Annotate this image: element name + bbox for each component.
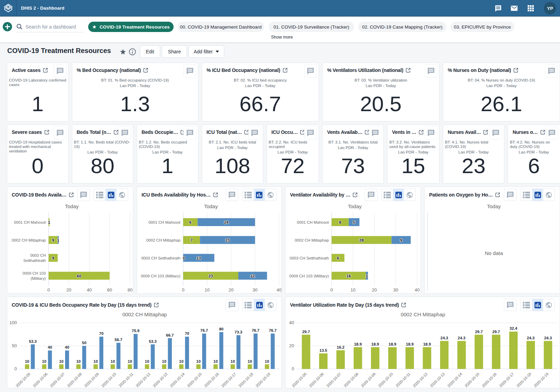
svg-text:10: 10: [230, 359, 235, 363]
svg-text:10: 10: [42, 359, 46, 363]
svg-text:13: 13: [197, 256, 201, 260]
svg-text:10: 10: [111, 359, 115, 363]
svg-text:2020-10-08: 2020-10-08: [343, 372, 359, 388]
svg-text:10: 10: [248, 359, 252, 363]
svg-text:2020-10-13: 2020-10-13: [152, 372, 168, 388]
svg-text:2020-10-17: 2020-10-17: [220, 372, 237, 388]
svg-text:8: 8: [339, 220, 341, 224]
svg-text:5: 5: [353, 220, 355, 224]
svg-text:0002 CH Mittaphap: 0002 CH Mittaphap: [122, 311, 167, 317]
svg-text:2020-10-19: 2020-10-19: [255, 372, 271, 388]
svg-text:0001 CH Mahosot: 0001 CH Mahosot: [14, 220, 46, 224]
svg-text:Today: Today: [65, 203, 79, 209]
svg-text:Today: Today: [487, 203, 501, 209]
svg-text:18.9: 18.9: [371, 342, 379, 346]
svg-text:2020-10-19: 2020-10-19: [533, 372, 549, 388]
svg-text:10: 10: [265, 359, 269, 363]
svg-text:0: 0: [292, 366, 294, 371]
svg-text:0009 CH 103: 0009 CH 103: [22, 271, 46, 275]
svg-text:0: 0: [330, 287, 333, 293]
svg-text:0: 0: [183, 256, 185, 260]
svg-text:24.3: 24.3: [458, 336, 465, 340]
svg-text:7: 7: [190, 238, 193, 242]
svg-text:70: 70: [99, 331, 104, 336]
svg-text:9: 9: [52, 256, 54, 260]
svg-text:2020-10-07: 2020-10-07: [325, 372, 342, 388]
svg-text:2020-10-18: 2020-10-18: [516, 372, 532, 388]
svg-text:0002 CH Mittaphap: 0002 CH Mittaphap: [12, 238, 46, 242]
svg-text:2020-10-17: 2020-10-17: [498, 372, 515, 388]
svg-text:80: 80: [127, 287, 132, 293]
svg-text:2020-10-14: 2020-10-14: [169, 372, 185, 388]
svg-text:16.2: 16.2: [337, 345, 344, 349]
svg-text:10: 10: [145, 359, 149, 363]
svg-text:10: 10: [196, 359, 201, 363]
svg-text:29.7: 29.7: [475, 330, 483, 334]
svg-text:0: 0: [182, 287, 184, 293]
svg-text:24: 24: [224, 220, 229, 224]
svg-text:2020-10-06: 2020-10-06: [32, 372, 48, 388]
svg-text:18.9: 18.9: [354, 342, 362, 346]
svg-text:50: 50: [12, 343, 17, 348]
svg-text:2020-10-11: 2020-10-11: [395, 372, 411, 388]
svg-text:2020-10-12: 2020-10-12: [135, 372, 151, 388]
svg-text:29.7: 29.7: [492, 330, 500, 334]
svg-text:2020-10-12: 2020-10-12: [412, 372, 428, 388]
svg-text:Today: Today: [204, 203, 218, 209]
svg-text:40: 40: [289, 320, 294, 325]
svg-text:2020-10-06: 2020-10-06: [308, 372, 324, 388]
svg-text:40: 40: [65, 345, 69, 349]
svg-text:0: 0: [14, 366, 17, 371]
svg-text:1: 1: [57, 238, 60, 242]
svg-text:24.3: 24.3: [527, 336, 535, 340]
svg-text:18.9: 18.9: [406, 342, 413, 346]
svg-text:0001 CH Mahosot: 0001 CH Mahosot: [148, 220, 180, 224]
svg-text:28: 28: [359, 238, 364, 242]
svg-text:2020-10-15: 2020-10-15: [186, 372, 203, 388]
svg-text:23: 23: [209, 274, 213, 278]
svg-text:2020-10-18: 2020-10-18: [238, 372, 254, 388]
svg-text:76.7: 76.7: [200, 328, 208, 332]
svg-text:40: 40: [415, 287, 419, 293]
svg-text:53.3: 53.3: [29, 339, 37, 343]
svg-text:70: 70: [185, 331, 189, 336]
svg-text:Today: Today: [348, 203, 362, 209]
svg-text:76.7: 76.7: [252, 328, 259, 332]
svg-text:60: 60: [77, 274, 81, 278]
svg-text:10: 10: [205, 287, 209, 293]
svg-text:2020-10-09: 2020-10-09: [360, 372, 376, 388]
svg-text:6: 6: [189, 220, 191, 224]
svg-text:10: 10: [179, 359, 184, 363]
svg-text:0003 CH Setthathirath: 0003 CH Setthathirath: [141, 256, 180, 260]
svg-text:10: 10: [351, 287, 355, 293]
svg-text:2020-10-11: 2020-10-11: [118, 372, 134, 388]
svg-text:9: 9: [52, 238, 54, 242]
svg-text:2020-10-16: 2020-10-16: [481, 372, 497, 388]
svg-text:100: 100: [9, 320, 17, 325]
svg-text:12: 12: [250, 274, 255, 278]
svg-text:40: 40: [87, 287, 92, 293]
svg-text:2020-10-15: 2020-10-15: [464, 372, 480, 388]
svg-text:10: 10: [214, 359, 218, 363]
svg-text:60: 60: [107, 287, 112, 293]
svg-text:32.4: 32.4: [510, 326, 518, 330]
svg-text:2020-10-10: 2020-10-10: [101, 372, 117, 388]
svg-text:2020-10-05: 2020-10-05: [15, 372, 31, 388]
svg-text:20: 20: [372, 287, 377, 293]
svg-text:30: 30: [252, 287, 257, 293]
svg-text:13.5: 13.5: [320, 348, 328, 352]
svg-text:10: 10: [25, 359, 29, 363]
svg-text:2020-10-16: 2020-10-16: [204, 372, 220, 388]
svg-text:2020-10-10: 2020-10-10: [377, 372, 394, 388]
svg-text:29.7: 29.7: [302, 330, 310, 334]
svg-text:16: 16: [346, 274, 351, 278]
svg-text:2020-10-13: 2020-10-13: [429, 372, 445, 388]
svg-text:Setthathirath: Setthathirath: [23, 258, 46, 263]
svg-text:0003 CH Setthathirath: 0003 CH Setthathirath: [290, 256, 329, 260]
svg-text:2020-10-14: 2020-10-14: [446, 372, 463, 388]
svg-text:0002 CH Mittaphap: 0002 CH Mittaphap: [401, 311, 445, 317]
svg-text:53.3: 53.3: [149, 339, 156, 343]
svg-text:2020-10-09: 2020-10-09: [83, 372, 100, 388]
svg-text:30: 30: [393, 287, 398, 293]
svg-text:10: 10: [162, 359, 166, 363]
